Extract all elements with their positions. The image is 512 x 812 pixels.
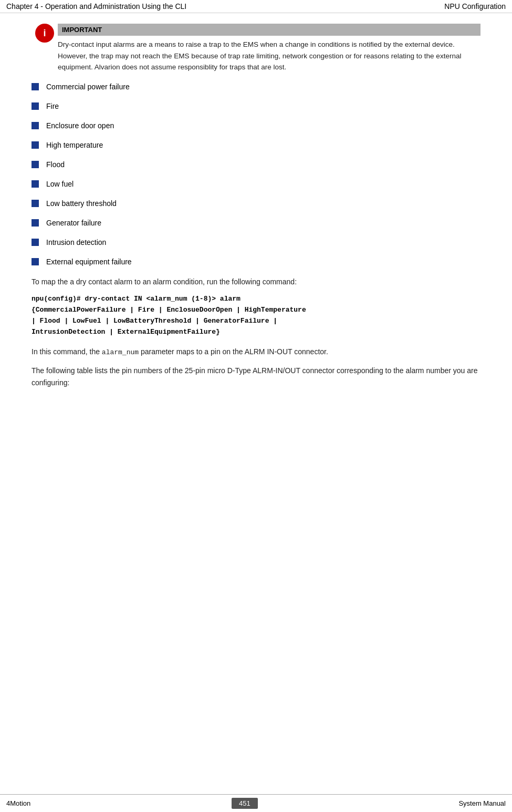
page-header: Chapter 4 - Operation and Administration… — [0, 0, 512, 13]
list-item-label: Generator failure — [46, 218, 101, 229]
list-item: Low fuel — [32, 179, 480, 190]
code-block: npu(config)# dry-contact IN <alarm_num (… — [32, 294, 480, 337]
list-item: Flood — [32, 159, 480, 170]
bullet-square-icon — [32, 219, 39, 227]
bullet-square-icon — [32, 258, 39, 265]
body2-part2: parameter maps to a pin on the ALRM IN-O… — [139, 347, 328, 356]
code-line2: {CommercialPowerFailure | Fire | Enclosu… — [32, 306, 306, 314]
list-item: Low battery threshold — [32, 198, 480, 209]
footer-left: 4Motion — [6, 799, 30, 807]
body-paragraph-3: The following table lists the pin number… — [32, 365, 480, 388]
info-icon: i — [35, 24, 54, 43]
list-item-label: Low battery threshold — [46, 198, 117, 209]
bullet-square-icon — [32, 161, 39, 168]
body2-inline: alarm_num — [102, 348, 139, 356]
header-right: NPU Configuration — [444, 2, 506, 11]
code-line1: npu(config)# dry-contact IN <alarm_num (… — [32, 295, 241, 303]
list-item-label: Intrusion detection — [46, 237, 106, 248]
list-item: Commercial power failure — [32, 81, 480, 92]
bullet-square-icon — [32, 102, 39, 110]
list-item: Fire — [32, 101, 480, 112]
bullet-square-icon — [32, 200, 39, 207]
list-item-label: Low fuel — [46, 179, 74, 190]
code-line4: IntrusionDetection | ExternalEquipmentFa… — [32, 328, 220, 336]
bullet-square-icon — [32, 141, 39, 149]
important-section: i IMPORTANT Dry-contact input alarms are… — [32, 24, 480, 73]
body-paragraph-1: To map the a dry contact alarm to an ala… — [32, 276, 480, 287]
body-paragraph-2: In this command, the alarm_num parameter… — [32, 346, 480, 358]
list-item-label: High temperature — [46, 140, 103, 151]
bullet-square-icon — [32, 83, 39, 90]
list-item: High temperature — [32, 140, 480, 151]
code-line3: | Flood | LowFuel | LowBatteryThreshold … — [32, 317, 277, 325]
body2-part1: In this command, the — [32, 347, 102, 356]
bullet-square-icon — [32, 239, 39, 246]
important-text: Dry-contact input alarms are a means to … — [58, 39, 480, 73]
list-item-label: Commercial power failure — [46, 81, 130, 92]
list-item-label: Enclosure door open — [46, 120, 114, 131]
footer-page-number: 451 — [232, 798, 258, 809]
bullet-square-icon — [32, 122, 39, 129]
list-item: External equipment failure — [32, 256, 480, 268]
important-content: IMPORTANT Dry-contact input alarms are a… — [58, 24, 480, 73]
header-left: Chapter 4 - Operation and Administration… — [6, 2, 186, 11]
important-label: IMPORTANT — [58, 24, 480, 36]
bullet-square-icon — [32, 180, 39, 188]
important-icon-column: i — [32, 24, 58, 43]
main-content: i IMPORTANT Dry-contact input alarms are… — [0, 13, 512, 405]
footer-right: System Manual — [458, 799, 506, 807]
list-item-label: Flood — [46, 159, 65, 170]
page-footer: 4Motion 451 System Manual — [0, 794, 512, 812]
list-item: Generator failure — [32, 218, 480, 229]
alarm-types-list: Commercial power failureFireEnclosure do… — [32, 81, 480, 268]
list-item-label: External equipment failure — [46, 256, 132, 268]
list-item: Enclosure door open — [32, 120, 480, 131]
list-item-label: Fire — [46, 101, 59, 112]
list-item: Intrusion detection — [32, 237, 480, 248]
